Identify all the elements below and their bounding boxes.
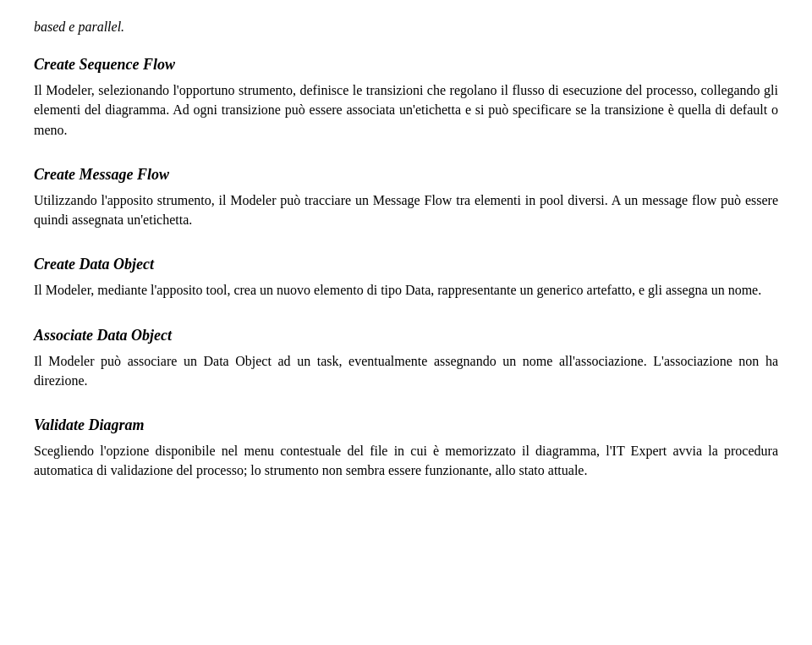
section-title-create-message-flow: Create Message Flow: [34, 163, 778, 185]
section-body-create-sequence-flow: Il Modeler, selezionando l'opportuno str…: [34, 80, 778, 140]
section-associate-data-object: Associate Data Object Il Modeler può ass…: [34, 324, 778, 390]
section-title-associate-data-object: Associate Data Object: [34, 324, 778, 346]
page-container: based e parallel. Create Sequence Flow I…: [0, 0, 812, 645]
section-validate-diagram: Validate Diagram Scegliendo l'opzione di…: [34, 414, 778, 480]
section-body-validate-diagram: Scegliendo l'opzione disponibile nel men…: [34, 441, 778, 480]
section-create-message-flow: Create Message Flow Utilizzando l'apposi…: [34, 163, 778, 229]
section-body-associate-data-object: Il Modeler può associare un Data Object …: [34, 351, 778, 390]
intro-text: based e parallel.: [34, 17, 778, 36]
section-body-create-data-object: Il Modeler, mediante l'apposito tool, cr…: [34, 280, 778, 300]
section-create-data-object: Create Data Object Il Modeler, mediante …: [34, 253, 778, 300]
section-title-create-data-object: Create Data Object: [34, 253, 778, 275]
section-body-create-message-flow: Utilizzando l'apposito strumento, il Mod…: [34, 190, 778, 229]
section-title-validate-diagram: Validate Diagram: [34, 414, 778, 436]
section-create-sequence-flow: Create Sequence Flow Il Modeler, selezio…: [34, 53, 778, 140]
section-title-create-sequence-flow: Create Sequence Flow: [34, 53, 778, 75]
